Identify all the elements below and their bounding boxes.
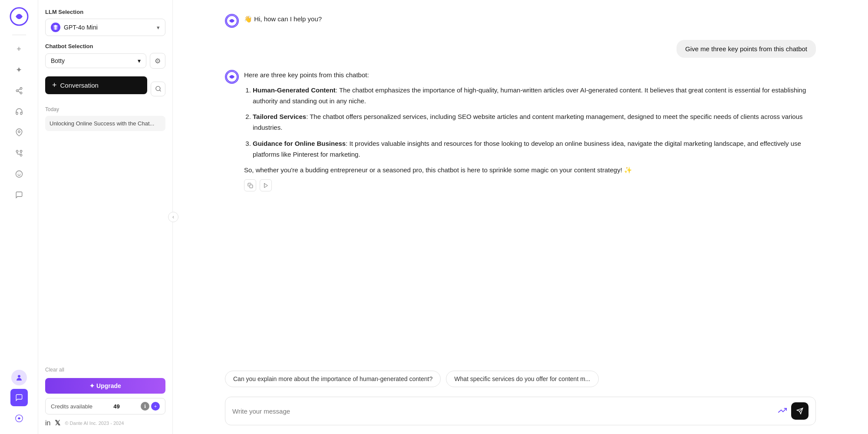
bot-avatar: [225, 14, 239, 28]
main-chat-area: 👋 Hi, how can I help you? Give me three …: [173, 0, 868, 434]
bot-welcome-text: 👋 Hi, how can I help you?: [244, 14, 816, 25]
chevron-left-icon: ‹: [172, 214, 174, 220]
plus-icon: +: [52, 81, 57, 90]
svg-line-16: [159, 90, 161, 91]
bot-point-2-title: Tailored Services: [253, 113, 306, 120]
upgrade-button[interactable]: ✦ Upgrade: [45, 378, 165, 394]
sidebar-panel: LLM Selection GPT-4o Mini ▾ Chatbot Sele…: [38, 0, 173, 434]
svg-marker-20: [264, 183, 267, 187]
bot-point-1: Human-Generated Content: The chatbot emp…: [253, 85, 816, 107]
app-logo[interactable]: [10, 7, 29, 26]
user-avatar-icon[interactable]: [11, 370, 27, 385]
add-icon-button[interactable]: +: [10, 40, 28, 58]
chatbot-row: Botty ▾ ⚙: [45, 53, 165, 69]
credits-count: 49: [113, 403, 119, 410]
clear-all-button[interactable]: Clear all: [45, 358, 165, 373]
gear-icon: ⚙: [155, 57, 161, 65]
conversation-header-row: + Conversation: [45, 76, 165, 101]
settings-icon-button[interactable]: [10, 410, 28, 427]
chatbot-select[interactable]: Botty ▾: [45, 53, 146, 68]
llm-dropdown-chevron-icon: ▾: [157, 24, 160, 31]
svg-point-6: [18, 131, 20, 133]
wand-icon-button[interactable]: ✦: [10, 61, 28, 79]
chatbot-name-label: Botty: [51, 57, 65, 64]
credits-add-button[interactable]: +: [151, 402, 160, 411]
bot-point-1-body: : The chatbot emphasizes the importance …: [253, 86, 806, 105]
pin-icon-button[interactable]: [10, 124, 28, 141]
chat-input-box: [225, 397, 816, 425]
svg-point-7: [20, 154, 22, 156]
bot-point-3: Guidance for Online Business: It provide…: [253, 138, 816, 160]
replay-message-button[interactable]: [260, 179, 272, 191]
welcome-emoji: 👋: [244, 15, 252, 23]
bot-point-3-title: Guidance for Online Business: [253, 140, 346, 147]
sidebar-collapse-button[interactable]: ‹: [168, 212, 178, 222]
send-message-button[interactable]: [791, 402, 809, 420]
llm-model-label: GPT-4o Mini: [64, 24, 153, 31]
suggestions-row: Can you explain more about the importanc…: [173, 371, 868, 392]
credits-info-button[interactable]: ℹ: [141, 402, 149, 411]
new-conversation-button[interactable]: + Conversation: [45, 76, 147, 94]
user-message: Give me three key points from this chatb…: [225, 40, 816, 58]
chatbot-select-chevron-icon: ▾: [138, 57, 141, 64]
active-chat-icon[interactable]: [10, 389, 28, 406]
twitter-icon[interactable]: 𝕏: [55, 419, 60, 427]
svg-rect-19: [249, 184, 252, 187]
copy-message-button[interactable]: [244, 179, 256, 191]
bot-response-text: Here are three key points from this chat…: [244, 70, 816, 191]
credits-icons: ℹ +: [141, 402, 160, 411]
credits-row: Credits available 49 ℹ +: [45, 398, 165, 414]
svg-line-5: [18, 89, 20, 90]
chat-input-field[interactable]: [232, 408, 774, 415]
bubble-icon-button[interactable]: [10, 186, 28, 204]
suggestion-chip-2[interactable]: What specific services do you offer for …: [446, 371, 598, 387]
llm-section-label: LLM Selection: [45, 9, 165, 15]
today-label: Today: [45, 106, 165, 112]
svg-line-4: [18, 91, 20, 92]
footer-copyright: © Dante AI Inc. 2023 - 2024: [65, 421, 124, 426]
search-conversations-button[interactable]: [151, 82, 165, 96]
chatbot-section-label: Chatbot Selection: [45, 43, 165, 49]
conversation-item[interactable]: Unlocking Online Success with the Chat..…: [45, 116, 165, 131]
chat-messages: 👋 Hi, how can I help you? Give me three …: [173, 0, 868, 371]
suggestion-chip-1[interactable]: Can you explain more about the importanc…: [225, 371, 441, 387]
new-conversation-label: Conversation: [60, 82, 99, 89]
user-bubble: Give me three key points from this chatb…: [677, 40, 816, 58]
chat-input-area: [173, 392, 868, 434]
face-icon-button[interactable]: [10, 165, 28, 183]
bot-response-intro: Here are three key points from this chat…: [244, 70, 816, 81]
sendai-icon: [778, 406, 787, 417]
bot-point-2: Tailored Services: The chatbot offers pe…: [253, 112, 816, 133]
bot-point-2-body: : The chatbot offers personalized servic…: [253, 113, 803, 131]
bot-response-avatar: [225, 70, 239, 84]
bot-closing: So, whether you're a budding entrepreneu…: [244, 165, 816, 176]
bot-welcome-message: 👋 Hi, how can I help you?: [225, 14, 816, 28]
icon-bar-bottom: [10, 370, 28, 427]
welcome-message: Hi, how can I help you?: [254, 15, 322, 23]
chatbot-gear-button[interactable]: ⚙: [150, 53, 165, 69]
linkedin-icon[interactable]: in: [45, 419, 50, 427]
icon-bar: + ✦: [0, 0, 38, 434]
share-icon-button[interactable]: [10, 82, 28, 99]
chatbot-section: Chatbot Selection Botty ▾ ⚙: [45, 43, 165, 69]
llm-dropdown[interactable]: GPT-4o Mini ▾: [45, 19, 165, 36]
svg-point-10: [16, 171, 22, 178]
branch-icon-button[interactable]: [10, 145, 28, 162]
headset-icon-button[interactable]: [10, 103, 28, 120]
bot-point-1-title: Human-Generated Content: [253, 86, 336, 94]
icon-bar-divider: [12, 35, 26, 35]
sidebar-footer: in 𝕏 © Dante AI Inc. 2023 - 2024: [45, 419, 165, 427]
svg-point-13: [18, 375, 20, 378]
credits-label: Credits available: [51, 403, 92, 410]
llm-logo-icon: [51, 23, 60, 32]
message-actions: [244, 179, 816, 191]
bot-response-message: Here are three key points from this chat…: [225, 70, 816, 191]
